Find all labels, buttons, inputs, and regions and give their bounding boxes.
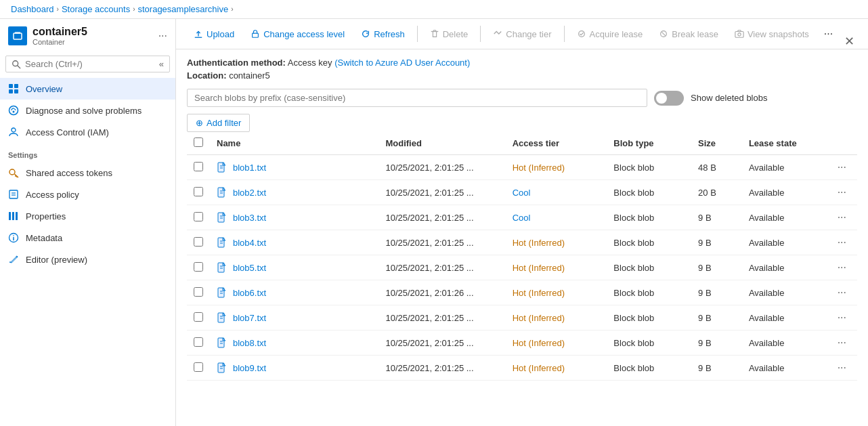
close-button[interactable]: ✕ [842, 31, 857, 51]
key-icon [8, 167, 19, 178]
svg-rect-48 [218, 263, 224, 272]
sidebar-iam-label: Access Control (IAM) [26, 127, 109, 137]
breadcrumb: Dashboard › Storage accounts › storagesa… [0, 0, 868, 19]
row-more-button-4[interactable]: ··· [833, 260, 850, 275]
view-snapshots-button[interactable]: View snapshots [728, 26, 816, 43]
blob-type-column-header[interactable]: Blob type [607, 132, 691, 155]
toolbar-more-button[interactable]: ··· [819, 24, 838, 43]
file-icon [217, 312, 227, 323]
lease-state-column-header[interactable]: Lease state [742, 132, 827, 155]
blob-name-6[interactable]: blob7.txt [217, 312, 372, 323]
break-lease-button[interactable]: Break lease [652, 26, 725, 43]
sidebar-item-overview[interactable]: Overview [0, 78, 175, 100]
blob-type-cell: Block blob [607, 230, 691, 255]
row-checkbox-2[interactable] [194, 212, 203, 221]
blob-name-1[interactable]: blob2.txt [217, 187, 372, 198]
row-checkbox-3[interactable] [194, 237, 203, 247]
svg-rect-36 [218, 163, 224, 172]
search-input[interactable] [25, 59, 155, 69]
select-all-checkbox[interactable] [194, 137, 203, 147]
auth-link[interactable]: (Switch to Azure AD User Account) [334, 58, 470, 68]
row-more-button-1[interactable]: ··· [833, 185, 850, 200]
sidebar-item-iam[interactable]: Access Control (IAM) [0, 121, 175, 143]
upload-icon [194, 29, 203, 39]
acquire-lease-button[interactable]: Acquire lease [570, 26, 650, 43]
add-filter-button[interactable]: ⊕ Add filter [187, 114, 250, 132]
sidebar-item-diagnose[interactable]: Diagnose and solve problems [0, 100, 175, 121]
svg-rect-0 [14, 33, 22, 39]
lease-state-cell: Available [742, 180, 827, 205]
sidebar-item-properties[interactable]: Properties [0, 205, 175, 227]
breadcrumb-storage-archive[interactable]: storagesamplesarchive [137, 4, 228, 14]
editor-icon [8, 254, 19, 265]
access-tier-cell: Hot (Inferred) [506, 155, 607, 180]
breadcrumb-storage-accounts[interactable]: Storage accounts [62, 4, 130, 14]
sidebar-diagnose-label: Diagnose and solve problems [26, 106, 142, 116]
blob-type-cell: Block blob [607, 180, 691, 205]
add-filter-icon: ⊕ [196, 118, 203, 128]
size-cell: 9 B [691, 356, 742, 381]
blob-type-cell: Block blob [607, 255, 691, 280]
iam-icon [8, 127, 19, 137]
file-icon [217, 187, 227, 198]
access-tier-cell: Cool [506, 180, 607, 205]
svg-rect-51 [218, 288, 224, 297]
sidebar-item-metadata[interactable]: Metadata [0, 227, 175, 249]
table-row: blob2.txt 10/25/2021, 2:01:25 ... Cool B… [187, 180, 857, 205]
sidebar-item-editor[interactable]: Editor (preview) [0, 249, 175, 270]
show-deleted-toggle[interactable] [654, 91, 684, 106]
access-tier-cell: Hot (Inferred) [506, 230, 607, 255]
policy-icon [8, 189, 19, 200]
blob-name-3[interactable]: blob4.txt [217, 237, 372, 248]
breadcrumb-dashboard[interactable]: Dashboard [11, 4, 54, 14]
row-checkbox-6[interactable] [194, 312, 203, 322]
blob-name-2[interactable]: blob3.txt [217, 212, 372, 223]
svg-rect-20 [16, 212, 18, 220]
upload-button[interactable]: Upload [187, 26, 241, 43]
row-more-button-3[interactable]: ··· [833, 235, 850, 250]
row-more-button-5[interactable]: ··· [833, 285, 850, 300]
delete-button[interactable]: Delete [423, 26, 475, 43]
svg-rect-54 [218, 313, 224, 322]
row-more-button-6[interactable]: ··· [833, 310, 850, 325]
row-checkbox-4[interactable] [194, 262, 203, 272]
name-column-header[interactable]: Name [210, 132, 378, 155]
size-column-header[interactable]: Size [691, 132, 742, 155]
blob-name-5[interactable]: blob6.txt [217, 287, 372, 298]
lease-state-cell: Available [742, 356, 827, 381]
acquire-lease-icon [577, 29, 586, 39]
row-more-button-2[interactable]: ··· [833, 210, 850, 225]
row-checkbox-8[interactable] [194, 362, 203, 372]
modified-cell: 10/25/2021, 2:01:25 ... [378, 255, 505, 280]
size-cell: 9 B [691, 305, 742, 331]
modified-cell: 10/25/2021, 2:01:25 ... [378, 205, 505, 230]
modified-column-header[interactable]: Modified [378, 132, 505, 155]
row-more-button-8[interactable]: ··· [833, 360, 850, 375]
row-checkbox-5[interactable] [194, 287, 203, 297]
collapse-sidebar-button[interactable]: « [159, 59, 164, 69]
blob-search-input[interactable] [187, 89, 647, 107]
file-icon [217, 362, 227, 373]
blob-name-4[interactable]: blob5.txt [217, 262, 372, 273]
change-access-level-button[interactable]: Change access level [244, 26, 351, 43]
row-more-button-0[interactable]: ··· [833, 160, 850, 175]
change-tier-icon [493, 29, 502, 39]
select-all-header[interactable] [187, 132, 210, 155]
svg-rect-4 [9, 84, 13, 88]
sidebar-more-button[interactable]: ··· [158, 30, 167, 42]
refresh-button[interactable]: Refresh [354, 26, 412, 43]
sidebar-item-shared-access-tokens[interactable]: Shared access tokens [0, 162, 175, 184]
modified-cell: 10/25/2021, 2:01:25 ... [378, 331, 505, 356]
row-checkbox-0[interactable] [194, 162, 203, 171]
sidebar-item-access-policy[interactable]: Access policy [0, 184, 175, 205]
change-tier-button[interactable]: Change tier [486, 26, 558, 43]
row-checkbox-1[interactable] [194, 187, 203, 196]
row-more-button-7[interactable]: ··· [833, 335, 850, 350]
access-tier-column-header[interactable]: Access tier [506, 132, 607, 155]
blob-name-7[interactable]: blob8.txt [217, 337, 372, 348]
search-box[interactable]: « [5, 56, 170, 72]
file-icon [217, 337, 227, 348]
blob-name-8[interactable]: blob9.txt [217, 362, 372, 373]
blob-name-0[interactable]: blob1.txt [217, 162, 372, 173]
row-checkbox-7[interactable] [194, 337, 203, 347]
